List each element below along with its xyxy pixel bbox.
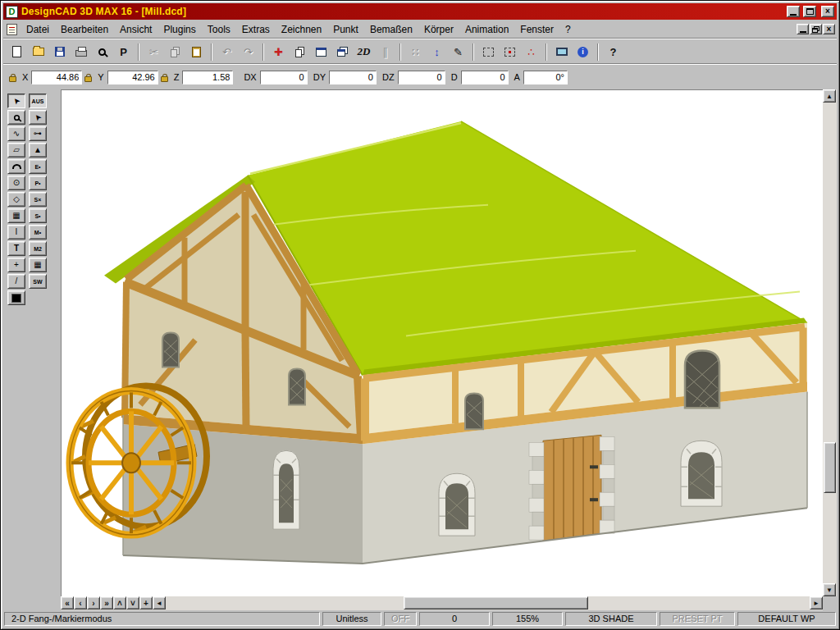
cascade-windows-button[interactable]: [332, 42, 353, 62]
menu-zeichnen[interactable]: Zeichnen: [276, 21, 327, 38]
lock-y-icon[interactable]: [84, 76, 92, 82]
spline-tool[interactable]: ∿: [7, 126, 25, 141]
hatch-tool[interactable]: ▦: [7, 208, 25, 223]
snap-s2-toggle[interactable]: S•: [29, 208, 47, 223]
canvas-nav-next-button[interactable]: ›: [87, 596, 100, 609]
text-tool[interactable]: T: [7, 241, 25, 256]
menu-plugins[interactable]: Plugins: [158, 21, 201, 38]
snap-pen-button[interactable]: ✎: [448, 42, 468, 62]
maximize-button[interactable]: [803, 6, 816, 17]
construction-line-tool[interactable]: /: [7, 274, 25, 289]
menu-bearbeiten[interactable]: Bearbeiten: [55, 21, 114, 38]
vertical-move-button[interactable]: ↕: [427, 42, 447, 62]
horizontal-scrollbar[interactable]: « ‹ › » ˄ ˅ + ◄ ►: [61, 596, 823, 610]
snap-sw-toggle[interactable]: SW: [29, 274, 47, 289]
move-button[interactable]: ✚: [268, 42, 289, 62]
scroll-right-button[interactable]: ►: [810, 596, 823, 609]
tile-windows-button[interactable]: [311, 42, 331, 62]
snap-aus-toggle[interactable]: AUS: [29, 94, 47, 108]
horizontal-scroll-track[interactable]: [166, 596, 810, 610]
document-icon[interactable]: [7, 24, 17, 35]
selection-frame-button[interactable]: [478, 42, 499, 62]
canvas-nav-first-button[interactable]: «: [61, 596, 74, 609]
snap-s1-toggle[interactable]: S×: [29, 192, 47, 207]
arc-tool[interactable]: [7, 159, 25, 174]
drawing-canvas[interactable]: [61, 89, 823, 596]
open-button[interactable]: [28, 42, 48, 62]
menu-bemassen[interactable]: Bemaßen: [364, 21, 418, 38]
scroll-up-button[interactable]: ▲: [823, 89, 836, 103]
plugin-button[interactable]: P: [113, 42, 134, 62]
vertical-scrollbar[interactable]: ▲ ▼: [823, 89, 837, 596]
mode-2d-button[interactable]: 2D: [354, 42, 374, 62]
menu-punkt[interactable]: Punkt: [327, 21, 364, 38]
snap-point-toggle[interactable]: P•: [29, 176, 47, 190]
horizontal-scroll-thumb[interactable]: [404, 596, 588, 609]
snap-endpoint-toggle[interactable]: E•: [29, 159, 47, 174]
menu-animation[interactable]: Animation: [459, 21, 514, 38]
coord-dy-input[interactable]: [329, 71, 377, 84]
print-button[interactable]: [71, 42, 91, 62]
close-button[interactable]: ×: [821, 6, 834, 17]
snap-key-toggle[interactable]: ⊶: [29, 126, 47, 141]
scroll-down-button[interactable]: ▼: [823, 583, 836, 596]
menu-extras[interactable]: Extras: [236, 21, 276, 38]
menu-help[interactable]: ?: [559, 21, 577, 38]
snap-cursor-toggle[interactable]: ➤: [29, 110, 47, 125]
lock-x-icon[interactable]: [9, 76, 16, 82]
mdi-close-button[interactable]: ×: [823, 24, 835, 34]
menu-tools[interactable]: Tools: [202, 21, 236, 38]
status-units[interactable]: Unitless: [322, 612, 381, 626]
coord-dx-input[interactable]: [260, 71, 308, 84]
circle-tool[interactable]: ⊙: [7, 176, 25, 190]
selection-point-button[interactable]: [500, 42, 520, 62]
app-icon[interactable]: D: [6, 6, 18, 18]
select-pointer-tool[interactable]: ➤: [7, 94, 25, 108]
print-preview-button[interactable]: [92, 42, 112, 62]
canvas-nav-down-button[interactable]: ˅: [126, 596, 139, 609]
dimension-tool[interactable]: +: [7, 258, 25, 272]
coord-dz-input[interactable]: [398, 71, 445, 84]
coord-x-input[interactable]: [31, 71, 82, 84]
canvas-nav-prev-button[interactable]: ‹: [74, 596, 87, 609]
render-screen-button[interactable]: [551, 42, 572, 62]
paste-button[interactable]: [186, 42, 207, 62]
point-mark-button[interactable]: ∴: [521, 42, 541, 62]
color-swatch-tool[interactable]: [7, 290, 25, 305]
vertical-scroll-thumb[interactable]: [824, 442, 836, 493]
duplicate-button[interactable]: [290, 42, 310, 62]
snap-alert-toggle[interactable]: ▲: [29, 143, 47, 158]
coord-a-input[interactable]: [523, 71, 568, 84]
status-off[interactable]: OFF: [384, 612, 417, 626]
status-workplane[interactable]: DEFAULT WP: [737, 612, 836, 626]
canvas-nav-pan-button[interactable]: +: [139, 596, 153, 609]
zoom-tool[interactable]: [7, 110, 25, 125]
plane-tool[interactable]: ▱: [7, 143, 25, 158]
snap-midpoint-toggle[interactable]: M•: [29, 225, 47, 240]
menu-koerper[interactable]: Körper: [418, 21, 459, 38]
beam-tool[interactable]: I: [7, 225, 25, 240]
canvas-nav-up-button[interactable]: ˄: [113, 596, 126, 609]
coord-d-input[interactable]: [461, 71, 509, 84]
context-help-button[interactable]: ?: [603, 42, 623, 62]
snap-m2-toggle[interactable]: M2: [29, 241, 47, 256]
save-button[interactable]: [49, 42, 70, 62]
coord-y-input[interactable]: [107, 71, 158, 84]
status-shade-mode[interactable]: 3D SHADE: [565, 612, 657, 626]
menu-datei[interactable]: Datei: [21, 21, 55, 38]
minimize-button[interactable]: [787, 6, 800, 17]
menu-fenster[interactable]: Fenster: [514, 21, 559, 38]
status-preset-pt[interactable]: PRESET PT: [660, 612, 735, 626]
status-zoom-level[interactable]: 155%: [492, 612, 563, 626]
info-button[interactable]: i: [573, 42, 593, 62]
coord-z-input[interactable]: [182, 71, 233, 84]
menu-ansicht[interactable]: Ansicht: [114, 21, 158, 38]
snap-grid-toggle[interactable]: ▦: [29, 258, 47, 272]
new-button[interactable]: [7, 42, 27, 62]
canvas-nav-last-button[interactable]: »: [100, 596, 113, 609]
mdi-minimize-button[interactable]: [797, 24, 809, 34]
scroll-left-button[interactable]: ◄: [153, 596, 166, 609]
polygon-tool[interactable]: ◇: [7, 192, 25, 207]
mdi-restore-button[interactable]: [810, 24, 822, 34]
status-layer[interactable]: 0: [419, 612, 490, 626]
